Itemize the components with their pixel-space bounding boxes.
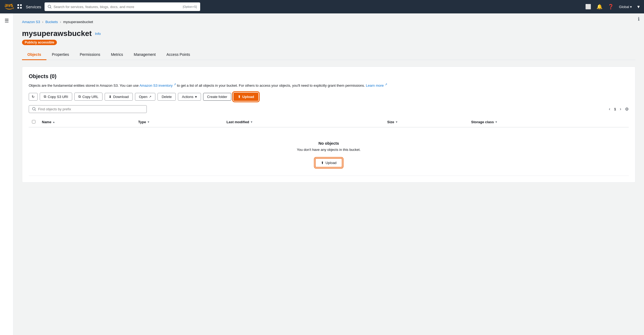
prev-page-button[interactable]: ‹: [607, 106, 612, 112]
refresh-button[interactable]: ↻: [29, 93, 38, 101]
storage-class-sort-icon: ▼: [495, 121, 497, 123]
sidebar-toggle-button[interactable]: ☰: [5, 18, 9, 24]
tab-properties[interactable]: Properties: [46, 50, 74, 60]
size-sort-icon: ▼: [395, 121, 398, 123]
svg-line-7: [35, 110, 36, 111]
table-settings-icon[interactable]: ⚙: [625, 107, 629, 112]
open-button[interactable]: Open ↗: [135, 93, 156, 101]
info-panel-icon[interactable]: ℹ: [638, 16, 640, 22]
upload-center-icon: ⬆: [321, 161, 324, 165]
aws-logo[interactable]: [4, 2, 14, 12]
breadcrumb: Amazon S3 › Buckets › mysuperawsbucket: [22, 20, 635, 24]
terminal-icon[interactable]: ⬜: [585, 4, 591, 10]
last-modified-sort-icon: ▼: [250, 121, 253, 123]
prefix-search[interactable]: [29, 105, 147, 113]
copy-s3-uri-button[interactable]: ⧉ Copy S3 URI: [40, 93, 72, 101]
name-sort-icon: ▲: [52, 121, 55, 123]
actions-button[interactable]: Actions ▾: [178, 93, 201, 101]
svg-rect-3: [20, 7, 22, 9]
inventory-link[interactable]: Amazon S3 inventory ↗: [140, 83, 176, 88]
current-page: 1: [614, 107, 616, 111]
main-content: Amazon S3 › Buckets › mysuperawsbucket m…: [13, 13, 644, 335]
services-nav[interactable]: Services: [26, 5, 41, 9]
upload-button[interactable]: ⬆ Upload: [233, 93, 258, 101]
objects-table: Name ▲ Type ▼ Last modified ▼: [29, 117, 629, 176]
download-icon: ⬇: [109, 95, 112, 99]
prefix-search-icon: [32, 107, 36, 111]
delete-button[interactable]: Delete: [158, 93, 176, 101]
tab-objects[interactable]: Objects: [22, 50, 46, 60]
create-folder-button[interactable]: Create folder: [203, 93, 231, 101]
empty-state: No objects You don't have any objects in…: [32, 130, 625, 173]
svg-rect-1: [20, 4, 22, 6]
learn-more-link[interactable]: Learn more ↗: [366, 83, 387, 88]
breadcrumb-sep-1: ›: [42, 20, 43, 24]
tab-management[interactable]: Management: [129, 50, 161, 60]
page-title: mysuperawsbucket: [22, 29, 92, 38]
objects-count: (0): [50, 73, 56, 79]
col-size[interactable]: Size ▼: [384, 117, 468, 127]
copy-url-button[interactable]: ⧉ Copy URL: [74, 93, 103, 101]
svg-line-5: [50, 8, 51, 8]
page-header: mysuperawsbucket Info Publicly accessibl…: [22, 29, 635, 44]
region-selector[interactable]: Global ▾: [619, 5, 632, 9]
col-storage-class[interactable]: Storage class ▼: [468, 117, 629, 127]
breadcrumb-buckets[interactable]: Buckets: [45, 20, 58, 24]
next-page-button[interactable]: ›: [618, 106, 623, 112]
empty-title: No objects: [32, 141, 625, 145]
prefix-search-input[interactable]: [38, 107, 143, 111]
upload-icon: ⬆: [238, 95, 241, 99]
upload-center-button[interactable]: ⬆ Upload: [315, 158, 342, 168]
col-type[interactable]: Type ▼: [135, 117, 223, 127]
col-name[interactable]: Name ▲: [39, 117, 135, 127]
info-link[interactable]: Info: [95, 32, 101, 36]
copy-s3-uri-icon: ⧉: [44, 94, 46, 99]
breadcrumb-amazon-s3[interactable]: Amazon S3: [22, 20, 40, 24]
tab-metrics[interactable]: Metrics: [105, 50, 128, 60]
tabs: Objects Properties Permissions Metrics M…: [22, 50, 635, 60]
grid-icon[interactable]: [17, 4, 22, 10]
user-menu[interactable]: ▾: [637, 4, 640, 10]
copy-url-icon: ⧉: [78, 94, 81, 99]
svg-rect-2: [17, 7, 19, 9]
actions-chevron-icon: ▾: [195, 95, 197, 99]
sidebar: ☰: [0, 13, 13, 335]
breadcrumb-current: mysuperawsbucket: [63, 20, 93, 24]
objects-panel: Objects (0) Objects are the fundamental …: [22, 67, 635, 183]
public-badge: Publicly accessible: [22, 40, 57, 45]
download-button[interactable]: ⬇ Download: [105, 93, 133, 101]
select-all-checkbox[interactable]: [32, 120, 35, 123]
tab-permissions[interactable]: Permissions: [74, 50, 105, 60]
nav-right: ⬜ 🔔 ❓ Global ▾ ▾: [585, 4, 640, 10]
svg-rect-0: [17, 4, 19, 6]
breadcrumb-sep-2: ›: [60, 20, 61, 24]
objects-header: Objects (0): [29, 73, 629, 79]
search-row: ‹ 1 › ⚙: [29, 105, 629, 113]
toolbar: ↻ ⧉ Copy S3 URI ⧉ Copy URL ⬇ Download Op…: [29, 93, 629, 101]
top-navigation: Services [Option+S] ⬜ 🔔 ❓ Global ▾ ▾: [0, 0, 644, 13]
objects-description: Objects are the fundamental entities sto…: [29, 82, 629, 88]
global-search[interactable]: [Option+S]: [45, 2, 200, 11]
pagination: ‹ 1 › ⚙: [607, 106, 629, 112]
search-shortcut: [Option+S]: [183, 5, 197, 8]
bell-icon[interactable]: 🔔: [597, 4, 602, 10]
refresh-icon: ↻: [32, 95, 35, 99]
search-icon: [48, 5, 52, 9]
open-external-icon: ↗: [149, 95, 151, 99]
search-input[interactable]: [54, 5, 181, 9]
help-icon[interactable]: ❓: [608, 4, 614, 10]
tab-access-points[interactable]: Access Points: [161, 50, 195, 60]
empty-desc: You don't have any objects in this bucke…: [32, 148, 625, 152]
col-last-modified[interactable]: Last modified ▼: [223, 117, 384, 127]
type-sort-icon: ▼: [147, 121, 150, 123]
